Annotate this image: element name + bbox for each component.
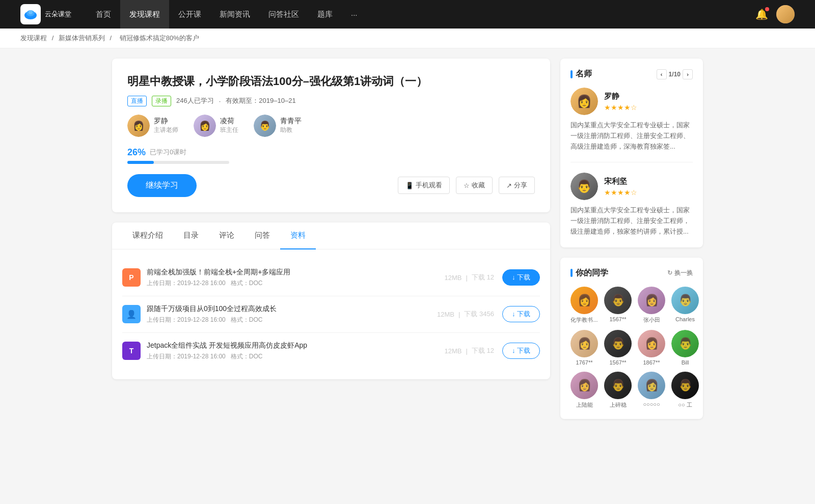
- classmate-10-name: 上碎稳: [610, 401, 627, 409]
- nav-news[interactable]: 新闻资讯: [210, 0, 259, 29]
- tab-materials[interactable]: 资料: [280, 222, 316, 249]
- file-item-1: P 前端全栈加强版！前端全栈+全周期+多端应用 上传日期：2019-12-28 …: [122, 260, 540, 296]
- nav-more[interactable]: ···: [342, 0, 367, 29]
- classmate-3-avatar[interactable]: 👩: [638, 287, 665, 314]
- classmate-11: 👩 ○○○○○: [638, 372, 665, 409]
- nav-right: 🔔: [755, 5, 795, 23]
- user-avatar-nav[interactable]: [776, 5, 795, 23]
- course-title: 明星中教授课，小学阶段语法100分–强化级第1讲动词（一）: [127, 74, 535, 90]
- classmate-1: 👩 化学教书...: [570, 287, 598, 324]
- progress-bar-bg: [127, 161, 229, 164]
- nav-quiz[interactable]: 题库: [308, 0, 342, 29]
- teacher-3-avatar: 👨: [254, 115, 276, 137]
- classmate-11-avatar[interactable]: 👩: [638, 372, 665, 399]
- nav-open[interactable]: 公开课: [169, 0, 210, 29]
- mobile-watch-button[interactable]: 📱 手机观看: [398, 177, 450, 194]
- classmate-7-avatar[interactable]: 👩: [638, 330, 665, 357]
- classmate-9: 👩 上陆能: [570, 372, 598, 409]
- navbar: 云朵课堂 首页 发现课程 公开课 新闻资讯 问答社区 题库 ··· 🔔: [0, 0, 815, 29]
- classmate-9-avatar[interactable]: 👩: [570, 372, 598, 399]
- breadcrumb-sep-1: /: [52, 34, 56, 42]
- teachers-pagination: ‹ 1/10 ›: [657, 69, 693, 79]
- file-details-3: Jetpack全组件实战 开发短视频应用高仿皮皮虾App 上传日期：2019-1…: [147, 341, 444, 361]
- action-buttons: 📱 手机观看 ☆ 收藏 ↗ 分享: [398, 177, 535, 194]
- classmate-5-avatar[interactable]: 👩: [570, 330, 598, 357]
- progress-sub: 已学习0课时: [150, 148, 186, 157]
- breadcrumb-current: 销冠修炼术搞定80%的客户: [120, 34, 199, 42]
- refresh-button[interactable]: ↻ 换一换: [667, 269, 693, 277]
- tab-catalog[interactable]: 目录: [173, 222, 209, 249]
- teacher-2-info: 凌荷 班主任: [220, 117, 238, 134]
- bell-icon[interactable]: 🔔: [755, 8, 768, 20]
- progress-section: 26% 已学习0课时: [127, 147, 535, 164]
- share-icon: ↗: [506, 182, 512, 189]
- teacher-1-avatar: 👩: [127, 115, 150, 137]
- tabs-header: 课程介绍 目录 评论 问答 资料: [112, 222, 550, 249]
- teachers-title-text: 名师: [576, 69, 592, 79]
- nav-discover[interactable]: 发现课程: [120, 0, 169, 29]
- file-stats-2: 12MB | 下载 3456: [437, 310, 494, 319]
- teacher-card-2-header: 👨 宋利坚 ★★★★☆: [570, 173, 693, 200]
- classmates-grid: 👩 化学教书... 👨 1567** 👩 张小田: [570, 287, 693, 409]
- breadcrumb-link-2[interactable]: 新媒体营销系列: [59, 34, 105, 42]
- teacher-2: 👩 凌荷 班主任: [194, 115, 238, 137]
- breadcrumb-link-1[interactable]: 发现课程: [20, 34, 47, 42]
- file-name-2: 跟随千万级项目从0到100全过程高效成长: [147, 304, 437, 314]
- progress-pct: 26%: [127, 147, 146, 158]
- download-button-1[interactable]: ↓ 下载: [502, 269, 540, 286]
- logo[interactable]: 云朵课堂: [20, 4, 71, 24]
- classmate-7-name: 1867**: [643, 359, 660, 366]
- classmate-2: 👨 1567**: [604, 287, 632, 324]
- teacher-3-role: 助教: [280, 126, 302, 134]
- teacher-card-1-avatar: 👩: [570, 88, 598, 115]
- course-meta: 直播 录播 246人已学习 · 有效期至：2019–10–21: [127, 96, 535, 106]
- file-sub-3: 上传日期：2019-12-28 16:00 格式：DOC: [147, 352, 444, 361]
- badge-live: 直播: [127, 96, 147, 106]
- next-page-button[interactable]: ›: [683, 69, 693, 79]
- classmate-5-name: 1767**: [576, 359, 592, 366]
- classmate-1-avatar[interactable]: 👩: [570, 287, 598, 314]
- prev-page-button[interactable]: ‹: [657, 69, 667, 79]
- collect-button[interactable]: ☆ 收藏: [456, 177, 493, 194]
- nav-home[interactable]: 首页: [87, 0, 120, 29]
- classmate-4-avatar[interactable]: 👨: [671, 287, 699, 314]
- classmate-2-avatar[interactable]: 👨: [604, 287, 632, 314]
- teacher-card-1-desc: 国内某重点大学安全工程专业硕士，国家一级注册消防工程师、注册安全工程师、高级注册…: [570, 120, 693, 152]
- tabs-card: 课程介绍 目录 评论 问答 资料 P 前端全栈加强版！前端全栈+全周期+多端应用…: [112, 222, 550, 379]
- teacher-1-info: 罗静 主讲老师: [154, 117, 178, 134]
- classmate-4: 👨 Charles: [671, 287, 699, 324]
- download-button-2[interactable]: ↓ 下载: [502, 306, 540, 322]
- refresh-label: 换一换: [674, 269, 693, 277]
- teacher-card-1: 👩 罗静 ★★★★☆ 国内某重点大学安全工程专业硕士，国家一级注册消防工程师、注…: [570, 88, 693, 162]
- tab-qa[interactable]: 问答: [244, 222, 280, 249]
- share-button[interactable]: ↗ 分享: [499, 177, 535, 194]
- classmate-8-avatar[interactable]: 👨: [671, 330, 699, 357]
- file-stats-1: 12MB | 下载 12: [444, 273, 494, 282]
- file-name-1: 前端全栈加强版！前端全栈+全周期+多端应用: [147, 268, 444, 277]
- progress-bar-fill: [127, 161, 154, 164]
- classmate-7: 👩 1867**: [638, 330, 665, 366]
- main-container: 明星中教授课，小学阶段语法100分–强化级第1讲动词（一） 直播 录播 246人…: [102, 59, 713, 429]
- file-stats-3: 12MB | 下载 12: [444, 346, 494, 355]
- file-icon-3: T: [122, 342, 141, 360]
- tab-review[interactable]: 评论: [209, 222, 244, 249]
- classmate-6-avatar[interactable]: 👨: [604, 330, 632, 357]
- teachers-section: 名师 ‹ 1/10 › 👩 罗静 ★: [560, 59, 703, 247]
- teachers-list: 👩 罗静 主讲老师 👩 凌荷 班主任: [127, 115, 535, 137]
- course-actions: 继续学习 📱 手机观看 ☆ 收藏 ↗ 分享: [127, 174, 535, 197]
- file-details-1: 前端全栈加强版！前端全栈+全周期+多端应用 上传日期：2019-12-28 16…: [147, 268, 444, 288]
- continue-button[interactable]: 继续学习: [127, 174, 197, 197]
- nav-menu: 首页 发现课程 公开课 新闻资讯 问答社区 题库 ···: [87, 0, 755, 29]
- tab-intro[interactable]: 课程介绍: [122, 222, 173, 249]
- classmate-12-avatar[interactable]: 👨: [671, 372, 699, 399]
- classmate-9-name: 上陆能: [576, 401, 593, 409]
- classmate-10-avatar[interactable]: 👨: [604, 372, 632, 399]
- classmates-title-left: 你的同学: [570, 268, 608, 278]
- logo-icon: [20, 4, 41, 24]
- classmate-8: 👨 Bill: [671, 330, 699, 366]
- course-header-card: 明星中教授课，小学阶段语法100分–强化级第1讲动词（一） 直播 录播 246人…: [112, 59, 550, 212]
- classmates-section-title: 你的同学 ↻ 换一换: [570, 268, 693, 278]
- nav-qa[interactable]: 问答社区: [259, 0, 308, 29]
- download-button-3[interactable]: ↓ 下载: [502, 343, 540, 359]
- classmates-title-text: 你的同学: [576, 268, 608, 278]
